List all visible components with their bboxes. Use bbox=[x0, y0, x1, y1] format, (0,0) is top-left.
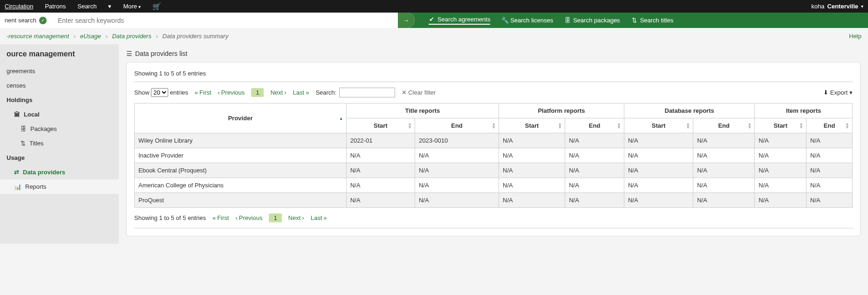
page-number-bottom[interactable]: 1 bbox=[269, 213, 281, 222]
page-size-select[interactable]: 20 bbox=[151, 88, 168, 97]
table-search-label: Search: bbox=[315, 89, 336, 96]
table-search-input[interactable] bbox=[339, 88, 395, 97]
data-providers-list-link[interactable]: Data providers list bbox=[135, 50, 187, 57]
sidebar-heading: ource management bbox=[0, 44, 119, 64]
breadcrumb-erm[interactable]: -resource management bbox=[7, 33, 69, 40]
previous-button-bottom[interactable]: ‹ Previous bbox=[235, 214, 262, 221]
link-label: Search titles bbox=[640, 17, 674, 24]
nav-search[interactable]: Search bbox=[77, 3, 96, 10]
nav-more[interactable]: More bbox=[123, 3, 140, 10]
sidebar-item-titles[interactable]: ⇅Titles bbox=[0, 136, 119, 151]
check-circle-icon: ✔ bbox=[429, 16, 435, 23]
col-item-start[interactable]: Start▲▼ bbox=[755, 118, 806, 133]
table-row[interactable]: Ebook Central (Proquest)N/AN/AN/AN/AN/AN… bbox=[135, 163, 853, 178]
cell-d_start: N/A bbox=[624, 178, 693, 193]
sidebar: ource management greements censes Holdin… bbox=[0, 44, 119, 244]
cart-icon[interactable]: 🛒 bbox=[152, 2, 161, 11]
colgroup-database: Database reports bbox=[624, 103, 754, 118]
breadcrumb: -resource management › eUsage › Data pro… bbox=[7, 33, 228, 40]
col-item-end[interactable]: End▲▼ bbox=[806, 118, 853, 133]
first-button-bottom[interactable]: « First bbox=[212, 214, 229, 221]
cell-i_start: N/A bbox=[755, 178, 806, 193]
cell-d_end: N/A bbox=[693, 133, 755, 148]
cell-t_end: N/A bbox=[415, 148, 499, 163]
cell-t_start: N/A bbox=[346, 163, 415, 178]
brand-prefix: koha bbox=[811, 3, 824, 10]
search-input[interactable] bbox=[51, 13, 415, 28]
first-button[interactable]: « First bbox=[195, 89, 212, 96]
sidebar-item-local[interactable]: 🏛Local bbox=[0, 107, 119, 122]
controls-bottom: Showing 1 to 5 of 5 entries « First ‹ Pr… bbox=[134, 213, 853, 228]
table-row[interactable]: Inactive ProviderN/AN/AN/AN/AN/AN/AN/AN/… bbox=[135, 148, 853, 163]
col-database-end[interactable]: End▲▼ bbox=[693, 118, 755, 133]
building-icon: 🏛 bbox=[14, 111, 20, 118]
col-platform-end[interactable]: End▲▼ bbox=[565, 118, 624, 133]
cell-d_end: N/A bbox=[693, 163, 755, 178]
entries-label: entries bbox=[170, 89, 188, 96]
sidebar-item-usage[interactable]: Usage bbox=[0, 151, 119, 165]
table-row[interactable]: American College of PhysiciansN/AN/AN/AN… bbox=[135, 178, 853, 193]
col-title-end[interactable]: End▲▼ bbox=[415, 118, 499, 133]
page-number[interactable]: 1 bbox=[251, 88, 264, 97]
search-label-text: nent search bbox=[5, 17, 36, 24]
brand-switcher[interactable]: koha Centerville ▾ bbox=[811, 3, 863, 10]
col-provider[interactable]: Provider▲ bbox=[135, 103, 347, 133]
search-titles-link[interactable]: ⇅Search titles bbox=[631, 17, 674, 24]
export-button[interactable]: ⬇Export ▾ bbox=[823, 89, 853, 96]
table-row[interactable]: ProQuestN/AN/AN/AN/AN/AN/AN/AN/A bbox=[135, 193, 853, 208]
search-label: nent search ✓ bbox=[0, 13, 51, 28]
col-title-start[interactable]: Start▲▼ bbox=[346, 118, 415, 133]
sidebar-item-agreements[interactable]: greements bbox=[0, 64, 119, 78]
cell-t_start: N/A bbox=[346, 193, 415, 208]
previous-button[interactable]: ‹ Previous bbox=[218, 89, 245, 96]
cell-p_start: N/A bbox=[499, 193, 565, 208]
nav-patrons[interactable]: Patrons bbox=[45, 3, 66, 10]
next-button-bottom[interactable]: Next › bbox=[288, 214, 304, 221]
sidebar-item-data-providers[interactable]: ⇄Data providers bbox=[0, 165, 119, 179]
help-link[interactable]: Help bbox=[849, 33, 861, 40]
col-database-start[interactable]: Start▲▼ bbox=[624, 118, 693, 133]
sidebar-item-licenses[interactable]: censes bbox=[0, 78, 119, 93]
cell-t_end: N/A bbox=[415, 163, 499, 178]
search-submit-button[interactable]: → bbox=[398, 13, 415, 28]
showing-text-top: Showing 1 to 5 of 5 entries bbox=[134, 70, 853, 77]
nav-caret-dropdown[interactable]: ▾ bbox=[108, 3, 111, 10]
breadcrumb-providers[interactable]: Data providers bbox=[112, 33, 151, 40]
clear-filter-button[interactable]: ✕ Clear filter bbox=[402, 89, 436, 96]
label: Packages bbox=[30, 125, 57, 132]
cell-p_end: N/A bbox=[565, 178, 624, 193]
search-packages-link[interactable]: 🗄Search packages bbox=[564, 17, 620, 24]
cell-p_end: N/A bbox=[565, 193, 624, 208]
label: Data providers bbox=[23, 169, 65, 176]
table-row[interactable]: Wiley Online Library2022-012023-0010N/AN… bbox=[135, 133, 853, 148]
sort-icon: ⇅ bbox=[21, 140, 26, 147]
sidebar-item-reports[interactable]: 📊Reports bbox=[0, 179, 119, 194]
cell-i_end: N/A bbox=[806, 133, 853, 148]
last-button[interactable]: Last » bbox=[293, 89, 309, 96]
cell-t_end: N/A bbox=[415, 193, 499, 208]
wrench-icon: 🔧 bbox=[501, 17, 508, 24]
chevron-down-icon: ▾ bbox=[861, 4, 863, 9]
cell-d_start: N/A bbox=[624, 163, 693, 178]
cell-p_start: N/A bbox=[499, 163, 565, 178]
cell-d_start: N/A bbox=[624, 148, 693, 163]
last-button-bottom[interactable]: Last » bbox=[311, 214, 327, 221]
top-nav: Circulation Patrons Search ▾ More 🛒 koha… bbox=[0, 0, 868, 13]
col-platform-start[interactable]: Start▲▼ bbox=[499, 118, 565, 133]
next-button[interactable]: Next › bbox=[270, 89, 286, 96]
cell-d_end: N/A bbox=[693, 148, 755, 163]
nav-circulation[interactable]: Circulation bbox=[5, 3, 33, 10]
cell-i_start: N/A bbox=[755, 163, 806, 178]
sidebar-item-holdings[interactable]: Holdings bbox=[0, 93, 119, 107]
label: Titles bbox=[29, 140, 44, 147]
cell-d_start: N/A bbox=[624, 133, 693, 148]
cell-i_end: N/A bbox=[806, 148, 853, 163]
search-agreements-link[interactable]: ✔Search agreements bbox=[429, 16, 490, 25]
colgroup-platform: Platform reports bbox=[499, 103, 624, 118]
cell-provider: Ebook Central (Proquest) bbox=[135, 163, 347, 178]
breadcrumb-eusage[interactable]: eUsage bbox=[80, 33, 101, 40]
search-licenses-link[interactable]: 🔧Search licenses bbox=[501, 17, 553, 24]
sidebar-item-packages[interactable]: 🗄Packages bbox=[0, 122, 119, 136]
link-label: Search licenses bbox=[510, 17, 553, 24]
chart-icon: 📊 bbox=[14, 183, 21, 190]
